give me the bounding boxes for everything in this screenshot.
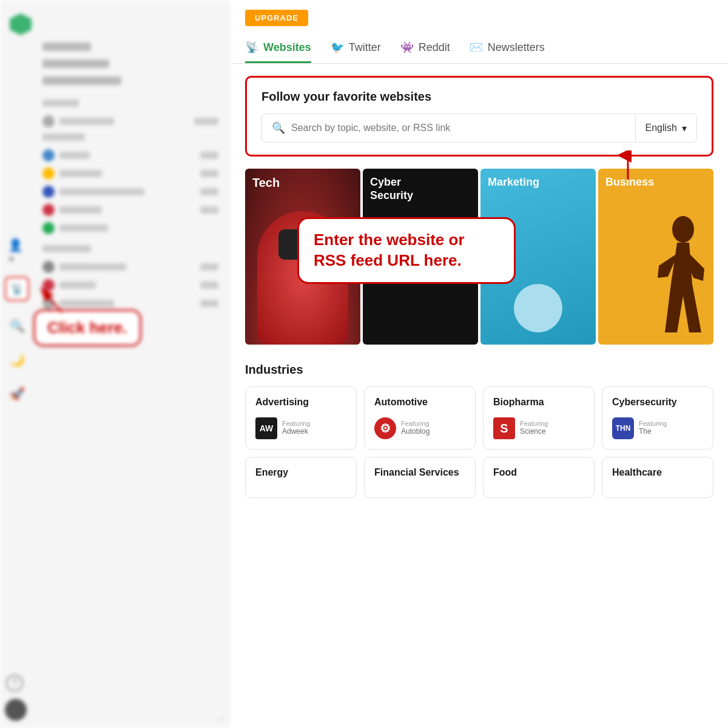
industry-food[interactable]: Food: [483, 457, 595, 498]
industry-cybersecurity[interactable]: Cybersecurity THN Featuring The: [602, 386, 713, 450]
websites-icon: 📡: [245, 41, 258, 54]
click-arrow: [32, 279, 68, 315]
industries-title: Industries: [245, 363, 713, 377]
industry-financial[interactable]: Financial Services: [364, 457, 476, 498]
search-icon[interactable]: 🔍: [8, 317, 26, 335]
sidebar: 👤+ 📡 🔍 🌙 🚀 ? Click here.: [0, 0, 231, 728]
category-business[interactable]: Business: [598, 169, 713, 345]
tab-newsletters-label: Newsletters: [488, 41, 545, 54]
industry-advertising-name: Advertising: [255, 397, 346, 408]
industry-automotive-name: Automotive: [374, 397, 465, 408]
svg-point-0: [672, 216, 694, 243]
tech-label: Tech: [252, 176, 280, 190]
twitter-icon: 🐦: [331, 41, 344, 54]
industries-section: Industries Advertising AW Featuring Adwe…: [231, 363, 728, 498]
category-cards-wrapper: Tech CyberSecurity Marketing: [231, 169, 728, 345]
tab-websites-label: Websites: [263, 41, 311, 54]
chevron-down-icon: ▾: [682, 123, 687, 134]
industry-biopharma-name: Biopharma: [493, 397, 584, 408]
app-logo: [10, 13, 32, 35]
reddit-icon: 👾: [400, 41, 414, 54]
up-arrow-annotation: [613, 150, 643, 181]
industry-cybersecurity-name: Cybersecurity: [612, 397, 703, 408]
industry-cybersecurity-feature: THN Featuring The: [612, 417, 703, 439]
tab-reddit-label: Reddit: [419, 41, 450, 54]
industry-biopharma[interactable]: Biopharma S Featuring Science: [483, 386, 595, 450]
industry-biopharma-feature: S Featuring Science: [493, 417, 584, 439]
add-feed-icon[interactable]: 👤+: [8, 243, 26, 261]
rss-tooltip: Enter the website or RSS feed URL here.: [297, 217, 516, 284]
search-input[interactable]: [291, 123, 625, 133]
industry-energy[interactable]: Energy: [245, 457, 357, 498]
industry-energy-name: Energy: [255, 467, 346, 478]
industry-financial-name: Financial Services: [374, 467, 465, 478]
newsletters-icon: ✉️: [470, 41, 483, 54]
industry-healthcare-name: Healthcare: [612, 467, 703, 478]
upgrade-button[interactable]: UPGRADE: [245, 10, 308, 26]
tab-reddit[interactable]: 👾 Reddit: [400, 41, 450, 63]
thn-logo: THN: [612, 417, 634, 439]
language-selector[interactable]: English ▾: [635, 115, 696, 141]
header: UPGRADE: [231, 0, 728, 26]
main-content: UPGRADE 📡 Websites 🐦 Twitter 👾 Reddit ✉️…: [231, 0, 728, 728]
industry-grid-row2: Energy Financial Services Food Healthcar…: [245, 457, 713, 498]
marketing-label: Marketing: [488, 176, 539, 189]
search-row: 🔍 English ▾: [261, 113, 697, 143]
tab-websites[interactable]: 📡 Websites: [245, 41, 311, 63]
rss-add-icon[interactable]: 📡: [5, 277, 29, 301]
user-avatar[interactable]: [5, 699, 27, 721]
industry-automotive-feature: ⚙ Featuring Autoblog: [374, 417, 465, 439]
cyber-label: CyberSecurity: [370, 176, 413, 202]
industry-food-name: Food: [493, 467, 584, 478]
language-label: English: [645, 123, 677, 133]
industry-advertising[interactable]: Advertising AW Featuring Adweek: [245, 386, 357, 450]
adweek-logo: AW: [255, 417, 277, 439]
tab-newsletters[interactable]: ✉️ Newsletters: [470, 41, 545, 63]
industry-healthcare[interactable]: Healthcare: [602, 457, 713, 498]
industry-automotive[interactable]: Automotive ⚙ Featuring Autoblog: [364, 386, 476, 450]
tab-twitter-label: Twitter: [349, 41, 381, 54]
help-icon[interactable]: ?: [6, 675, 23, 692]
industry-grid-row1: Advertising AW Featuring Adweek Automoti…: [245, 386, 713, 450]
tab-bar: 📡 Websites 🐦 Twitter 👾 Reddit ✉️ Newslet…: [231, 29, 728, 64]
science-logo: S: [493, 417, 515, 439]
search-magnifier-icon: 🔍: [272, 121, 285, 135]
search-section-title: Follow your favorite websites: [261, 90, 697, 104]
feedly-icon: ✂: [219, 715, 224, 723]
autoblog-logo: ⚙: [374, 417, 396, 439]
moon-icon[interactable]: 🌙: [8, 351, 26, 369]
search-section: Follow your favorite websites 🔍 English …: [245, 76, 713, 157]
tab-twitter[interactable]: 🐦 Twitter: [331, 41, 381, 63]
rocket-icon[interactable]: 🚀: [8, 385, 26, 403]
industry-advertising-feature: AW Featuring Adweek: [255, 417, 346, 439]
